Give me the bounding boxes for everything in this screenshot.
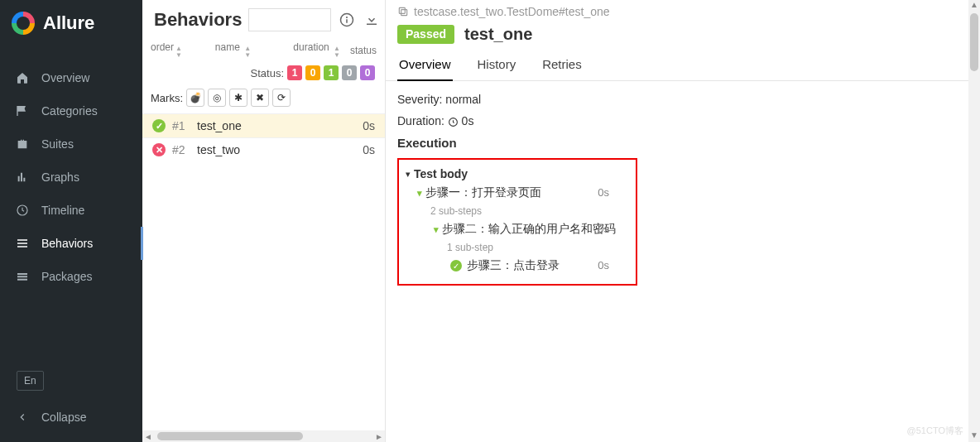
watermark: @51CTO博客 [907, 425, 963, 437]
step-sub: 2 sub-steps [406, 203, 629, 219]
test-index: #2 [172, 143, 190, 156]
status-broken[interactable]: 0 [305, 65, 320, 80]
duration-row: Duration: 0s [397, 114, 968, 127]
highlighted-box: ▾ Test body ▾ 步骤一：打开登录页面 2 sub-steps 0s … [397, 158, 637, 286]
nav-label: Categories [41, 104, 98, 118]
col-order[interactable]: order▲▼ [151, 41, 184, 59]
execution-heading: Execution [397, 136, 968, 150]
scroll-down-icon[interactable]: ▼ [970, 430, 978, 442]
testbody-toggle[interactable]: ▾ Test body [406, 165, 629, 183]
severity-row: Severity: normal [397, 93, 968, 106]
lang-select[interactable]: En [17, 371, 44, 391]
tab-retries[interactable]: Retries [540, 50, 584, 80]
breadcrumb: testcase.test_two.TestDome#test_one [386, 5, 980, 22]
clock-icon [448, 117, 459, 127]
chart-icon [15, 171, 30, 184]
title-row: Passed test_one [386, 22, 980, 50]
status-label: Status: [251, 67, 284, 79]
sidebar: Allure Overview Categories Suites Graphs… [0, 0, 142, 442]
mark-newbroken-icon[interactable]: ✖ [251, 89, 269, 107]
scroll-right-icon[interactable]: ► [373, 432, 385, 441]
detail-pane: testcase.test_two.TestDome#test_one Pass… [386, 0, 980, 442]
col-status[interactable]: status [343, 45, 377, 56]
scroll-thumb[interactable] [157, 432, 303, 440]
mark-flaky-icon[interactable]: 💣 [186, 89, 204, 107]
status-badge: Passed [397, 25, 454, 44]
step-row[interactable]: ▾ 步骤二：输入正确的用户名和密码 [406, 219, 629, 239]
collapse-label: Collapse [41, 411, 86, 424]
step-row[interactable]: ✓ 步骤三：点击登录 [406, 256, 629, 276]
step-duration: 0s [598, 186, 609, 199]
tab-history[interactable]: History [476, 50, 518, 80]
copy-icon[interactable] [397, 6, 409, 17]
svg-rect-3 [347, 19, 348, 23]
breadcrumb-text: testcase.test_two.TestDome#test_one [414, 5, 610, 18]
flag-icon [15, 104, 30, 118]
step-duration: 0s [598, 259, 609, 271]
list-title: Behaviors [154, 9, 242, 31]
list-icon [15, 237, 30, 250]
tabs: Overview History Retries [386, 50, 980, 81]
step-duration: 0s [598, 223, 609, 235]
status-filter: Status: 1 0 1 0 0 [142, 64, 385, 85]
nav-overview[interactable]: Overview [0, 61, 142, 94]
test-row[interactable]: ✓ #1 test_one 0s [142, 113, 385, 137]
collapse-button[interactable]: Collapse [0, 399, 142, 442]
chevron-down-icon: ▾ [417, 188, 422, 199]
nav-graphs[interactable]: Graphs [0, 161, 142, 194]
nav-label: Behaviors [41, 237, 93, 250]
check-icon: ✓ [450, 260, 462, 271]
svg-rect-5 [399, 7, 405, 13]
scroll-thumb[interactable] [970, 13, 978, 71]
vertical-scrollbar[interactable]: ▲ ▼ [968, 0, 980, 442]
nav-behaviors[interactable]: Behaviors [0, 227, 142, 260]
info-icon[interactable] [338, 11, 356, 29]
scroll-left-icon[interactable]: ◄ [142, 432, 154, 441]
test-name: test_one [197, 119, 356, 132]
clock-icon [15, 204, 30, 217]
chevron-down-icon: ▾ [434, 224, 439, 235]
col-duration[interactable]: duration ▲▼ [282, 41, 340, 59]
chevron-down-icon: ▾ [406, 169, 411, 180]
pass-icon: ✓ [152, 119, 166, 132]
mark-new-icon[interactable]: ◎ [208, 89, 226, 107]
page-title: test_one [464, 25, 532, 44]
download-icon[interactable] [363, 11, 381, 29]
nav-label: Graphs [41, 171, 79, 184]
layers-icon [15, 270, 30, 283]
test-row[interactable]: ✕ #2 test_two 0s [142, 137, 385, 161]
status-unknown[interactable]: 0 [360, 65, 375, 80]
brand-name: Allure [43, 12, 94, 34]
horizontal-scrollbar[interactable]: ◄ ► [142, 430, 385, 442]
nav-label: Overview [41, 71, 89, 84]
col-name[interactable]: name ▲▼ [187, 41, 279, 59]
nav-timeline[interactable]: Timeline [0, 194, 142, 227]
mark-retry-icon[interactable]: ⟳ [272, 89, 291, 107]
status-failed[interactable]: 1 [287, 65, 302, 80]
nav-label: Suites [41, 137, 74, 151]
marks-label: Marks: [151, 92, 183, 104]
nav-label: Timeline [41, 204, 84, 217]
nav-packages[interactable]: Packages [0, 260, 142, 293]
svg-rect-4 [401, 10, 407, 16]
nav: Overview Categories Suites Graphs Timeli… [0, 61, 142, 293]
search-input[interactable] [248, 8, 331, 31]
detail-body: Severity: normal Duration: 0s Execution … [386, 81, 980, 286]
status-passed[interactable]: 1 [324, 65, 339, 80]
test-duration: 0s [363, 143, 375, 156]
chevron-left-icon [15, 411, 30, 423]
svg-point-2 [346, 17, 348, 18]
tab-overview[interactable]: Overview [397, 50, 453, 81]
column-headers: order▲▼ name ▲▼ duration ▲▼ status [142, 38, 385, 64]
status-skipped[interactable]: 0 [342, 65, 357, 80]
step-row[interactable]: ▾ 步骤一：打开登录页面 [406, 183, 629, 203]
briefcase-icon [15, 137, 30, 151]
nav-categories[interactable]: Categories [0, 94, 142, 127]
brand-logo-icon [12, 12, 35, 35]
home-icon [15, 71, 30, 84]
scroll-up-icon[interactable]: ▲ [970, 0, 978, 12]
test-index: #1 [172, 119, 190, 132]
lang-box: En [0, 371, 142, 399]
nav-suites[interactable]: Suites [0, 127, 142, 161]
mark-newfail-icon[interactable]: ✱ [229, 89, 247, 107]
